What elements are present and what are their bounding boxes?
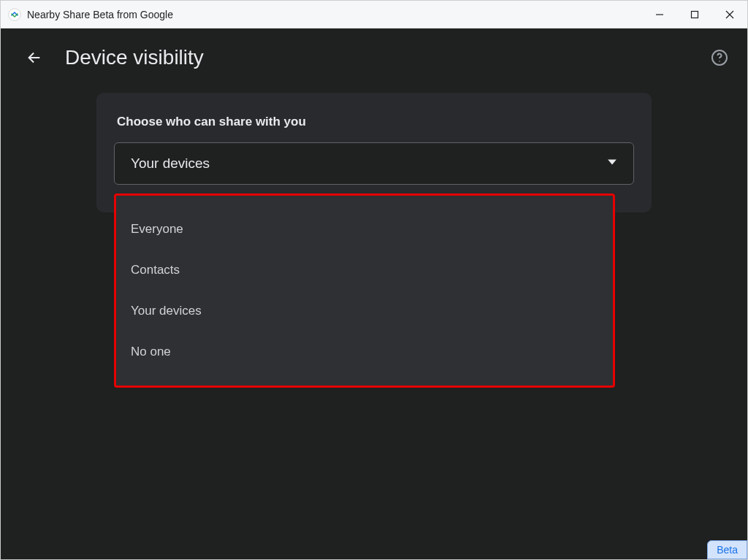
select-value: Your devices — [131, 156, 210, 172]
svg-rect-2 — [692, 11, 698, 18]
header-row: Device visibility — [1, 28, 747, 69]
window-title: Nearby Share Beta from Google — [27, 9, 642, 20]
panel-label: Choose who can share with you — [117, 115, 634, 129]
chevron-down-icon — [607, 157, 617, 170]
window-controls — [642, 1, 747, 28]
dropdown-menu: Everyone Contacts Your devices No one — [114, 193, 615, 388]
beta-badge: Beta — [707, 540, 747, 559]
svg-point-7 — [719, 61, 720, 62]
content-panel: Choose who can share with you Your devic… — [96, 93, 652, 212]
svg-marker-8 — [608, 160, 617, 165]
app-icon — [8, 8, 21, 21]
dropdown-item-your-devices[interactable]: Your devices — [116, 291, 613, 331]
dropdown-item-everyone[interactable]: Everyone — [116, 209, 613, 250]
maximize-button[interactable] — [677, 1, 712, 28]
app-body: Device visibility Choose who can share w… — [1, 28, 747, 559]
dropdown-item-no-one[interactable]: No one — [116, 331, 613, 372]
visibility-select[interactable]: Your devices — [114, 142, 634, 185]
close-button[interactable] — [712, 1, 747, 28]
back-button[interactable] — [24, 47, 45, 68]
minimize-button[interactable] — [642, 1, 677, 28]
page-title: Device visibility — [65, 46, 709, 69]
help-button[interactable] — [709, 47, 730, 68]
window-frame: Nearby Share Beta from Google Device vis… — [0, 0, 748, 560]
svg-point-0 — [9, 8, 21, 20]
dropdown-item-contacts[interactable]: Contacts — [116, 250, 613, 291]
titlebar: Nearby Share Beta from Google — [1, 1, 747, 28]
